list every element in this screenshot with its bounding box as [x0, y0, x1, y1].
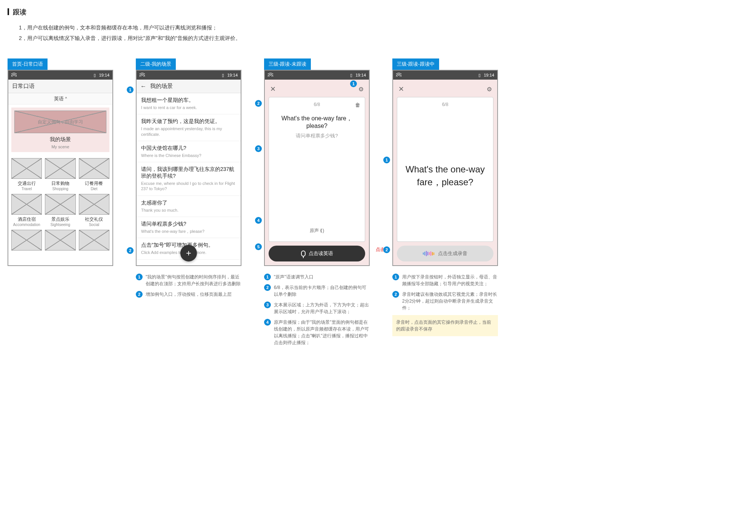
status-bar: 19:14 — [265, 71, 369, 80]
record-label: 点击读英语 — [309, 250, 333, 257]
add-button[interactable]: + — [180, 245, 197, 261]
item-text-en: Thank you so much. — [141, 208, 236, 213]
phone-body: ✕ ⚙ 6/8 What's the one-way fare，please? … — [393, 80, 497, 265]
scene-title-zh: 我的场景 — [14, 133, 106, 145]
category-label-zh: 日常购物 — [45, 180, 75, 187]
status-time: 19:14 — [99, 73, 109, 77]
phone-frame: 19:14 日常口语 英语 ^ 自定义例句，自由学习 我的场景 My scene… — [8, 70, 113, 266]
category-image-placeholder — [45, 158, 75, 179]
list-item[interactable]: 太感谢你了Thank you so much. — [137, 196, 241, 217]
close-icon[interactable]: ✕ — [269, 85, 277, 93]
category-label-en: Diet — [79, 187, 109, 191]
card-header: 6/8 🗑 — [274, 102, 360, 107]
list-item[interactable]: 请问单程票多少钱?What's the one-way fare，please? — [137, 217, 241, 238]
list-item[interactable]: 我想租一个星期的车。I want to rent a car for a wee… — [137, 93, 241, 114]
sentence-card: 6/8 What's the one-way fare，please? — [397, 97, 493, 242]
generate-recording-button[interactable]: 点击生成录音 — [397, 246, 493, 261]
marker-3: 3 — [255, 145, 262, 152]
card-counter: 6/8 — [314, 102, 320, 107]
item-text-zh: 我想租一个星期的车。 — [141, 97, 236, 104]
anno-text: "我的场景"例句按照创建的时间倒序排列，最近创建的在顶部；支持用户长按列表进行多… — [146, 274, 241, 287]
generate-label: 点击生成录音 — [438, 250, 467, 257]
caret-up-icon: ^ — [65, 97, 67, 101]
badge-1: 1 — [392, 274, 399, 280]
category-label-zh: 酒店住宿 — [11, 216, 42, 223]
list-item[interactable]: 我昨天做了预约，这是我的凭证。I made an appointment yes… — [137, 114, 241, 141]
list-item[interactable]: 请问，我该到哪里办理飞往东京的237航班的登机手续?Excuse me, whe… — [137, 162, 241, 196]
category-item[interactable]: 订餐用餐Diet — [79, 158, 109, 191]
marker-2: 2 — [255, 100, 262, 107]
badge-2: 2 — [392, 291, 399, 298]
panel-home: 首页-日常口语 19:14 日常口语 英语 ^ 自定义例句，自由学习 我的场景 … — [8, 58, 113, 266]
list-item[interactable]: 中国大使馆在哪儿?Where is the Chinese Embassy? — [137, 141, 241, 162]
language-selector[interactable]: 英语 ^ — [8, 93, 112, 105]
item-text-en: Excuse me, where should I go to check in… — [141, 181, 236, 192]
back-arrow-icon[interactable]: ← — [140, 83, 146, 90]
section-header: 跟读 — [8, 8, 748, 17]
header-title: 我的场景 — [150, 83, 173, 90]
card-text-zh: 请问单程票多少钱? — [274, 132, 360, 139]
wifi-icon — [11, 73, 17, 77]
battery-icon — [350, 73, 352, 78]
record-button[interactable]: 点击读英语 — [269, 246, 365, 261]
marker-5: 5 — [255, 243, 262, 250]
badge-2: 2 — [264, 284, 271, 291]
battery-icon — [222, 73, 224, 78]
intro-line-2: 2，用户可以离线情况下输入录音，进行跟读，用对比"原声"和"我的"音频的方式进行… — [19, 33, 748, 43]
annotations: 1"我的场景"例句按照创建的时间倒序排列，最近创建的在顶部；支持用户长按列表进行… — [136, 274, 241, 298]
marker-4: 4 — [255, 217, 262, 224]
card-big-text: What's the one-way fare，please? — [402, 163, 489, 188]
anno-text: 增加例句入口，浮动按钮，位移页面最上层 — [146, 291, 232, 298]
title-bar — [8, 8, 9, 15]
intro-notes: 1，用户在线创建的例句，文本和音频都缓存在本地，用户可以进行离线浏览和播报； 2… — [19, 22, 748, 43]
category-item[interactable]: 景点娱乐Sightseeing — [45, 194, 75, 227]
panel-my-scene: 1 2 二级-我的场景 19:14 ← 我的场景 我想租一个星期的车。I wan… — [136, 58, 241, 301]
sentence-card: 6/8 🗑 What's the one-way fare，please? 请问… — [269, 97, 365, 242]
marker-1: 1 — [350, 80, 357, 87]
phone-frame: 19:14 ✕ ⚙ 6/8 What's the one-way fare，pl… — [392, 70, 498, 266]
category-item[interactable]: 日常购物Shopping — [45, 158, 75, 191]
marker-1: 1 — [127, 86, 134, 93]
category-grid: 交通出行Travel日常购物Shopping订餐用餐Diet酒店住宿Accomm… — [8, 155, 112, 254]
category-image-placeholder — [79, 158, 109, 179]
delete-icon[interactable]: 🗑 — [355, 102, 360, 108]
close-icon[interactable]: ✕ — [397, 85, 406, 93]
category-item[interactable]: 交通出行Travel — [11, 158, 42, 191]
category-image-placeholder — [79, 194, 109, 215]
status-bar: 19:14 — [8, 71, 112, 80]
item-text-en: I made an appointment yesterday, this is… — [141, 126, 236, 137]
item-text-zh: 太感谢你了 — [141, 200, 236, 206]
category-label-zh: 社交礼仪 — [79, 216, 109, 223]
marker-2: 2 — [127, 247, 134, 254]
battery-icon — [94, 73, 96, 78]
panel-follow-recording: 1 2 三级-跟读-跟读中 19:14 ✕ ⚙ 6/8 What's the o… — [392, 58, 498, 336]
original-audio-button[interactable]: 原声 — [274, 228, 360, 237]
intro-line-1: 1，用户在线创建的例句，文本和音频都缓存在本地，用户可以进行离线浏览和播报； — [19, 22, 748, 33]
battery-icon — [478, 73, 481, 78]
badge-4: 4 — [264, 319, 271, 326]
settings-icon[interactable]: ⚙ — [485, 86, 493, 93]
marker-2: 2 — [383, 246, 390, 253]
top-row: ✕ ⚙ — [397, 83, 493, 95]
badge-2: 2 — [136, 291, 143, 298]
settings-icon[interactable]: ⚙ — [357, 86, 365, 93]
category-label-en: Sightseeing — [45, 223, 75, 227]
phone-body: ✕ ⚙ 6/8 🗑 What's the one-way fare，please… — [265, 80, 369, 265]
my-scene-card[interactable]: 自定义例句，自由学习 我的场景 My scene — [11, 108, 109, 152]
item-text-en: What's the one-way fare，please? — [141, 229, 236, 234]
anno-text: 录音时建议有微动效或其它视觉元素；录音时长2分2分钟，超过则自动中断录音并生成录… — [402, 291, 498, 311]
status-time: 19:14 — [227, 73, 238, 77]
phone-frame: 19:14 ✕ ⚙ 6/8 🗑 What's the one-way fare，… — [264, 70, 370, 266]
item-text-zh: 请问单程票多少钱? — [141, 221, 236, 228]
category-image-placeholder — [11, 230, 42, 251]
annotations: 1"原声"语速调节入口 26/8，表示当前的卡片顺序；自己创建的例句可以单个删除… — [264, 274, 370, 346]
category-item[interactable]: 酒店住宿Accommodation — [11, 194, 42, 227]
wifi-icon — [140, 73, 145, 77]
category-image-placeholder — [11, 194, 42, 215]
category-image-placeholder — [45, 230, 75, 251]
sentence-list: 我想租一个星期的车。I want to rent a car for a wee… — [137, 93, 241, 265]
badge-1: 1 — [264, 274, 271, 280]
wifi-icon — [268, 73, 273, 77]
item-text-en: I want to rent a car for a week. — [141, 105, 236, 110]
category-item[interactable]: 社交礼仪Social — [79, 194, 109, 227]
